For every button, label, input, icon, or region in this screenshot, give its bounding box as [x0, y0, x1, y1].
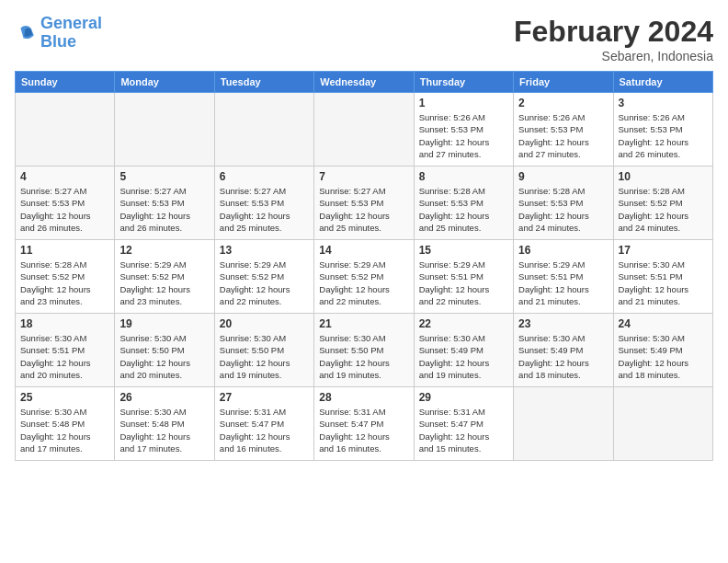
day-number: 3: [619, 97, 708, 109]
day-info: Sunrise: 5:26 AMSunset: 5:53 PMDaylight:…: [419, 111, 508, 160]
calendar-cell: 1Sunrise: 5:26 AMSunset: 5:53 PMDaylight…: [414, 93, 513, 167]
day-number: 15: [419, 244, 508, 257]
day-info: Sunrise: 5:30 AMSunset: 5:49 PMDaylight:…: [518, 332, 608, 381]
day-info: Sunrise: 5:30 AMSunset: 5:51 PMDaylight:…: [20, 332, 109, 381]
day-number: 10: [619, 170, 708, 183]
day-number: 1: [419, 97, 508, 109]
day-info: Sunrise: 5:27 AMSunset: 5:53 PMDaylight:…: [220, 185, 309, 234]
day-info: Sunrise: 5:29 AMSunset: 5:52 PMDaylight:…: [220, 259, 309, 307]
logo: General Blue: [15, 15, 102, 52]
calendar-table: SundayMondayTuesdayWednesdayThursdayFrid…: [15, 71, 713, 461]
calendar-cell: 2Sunrise: 5:26 AMSunset: 5:53 PMDaylight…: [514, 93, 613, 167]
calendar-cell: 19Sunrise: 5:30 AMSunset: 5:50 PMDayligh…: [115, 314, 214, 387]
day-info: Sunrise: 5:31 AMSunset: 5:47 PMDaylight:…: [319, 406, 408, 454]
day-info: Sunrise: 5:30 AMSunset: 5:48 PMDaylight:…: [119, 406, 209, 454]
calendar-cell: [514, 387, 613, 461]
calendar-cell: 16Sunrise: 5:29 AMSunset: 5:51 PMDayligh…: [514, 240, 613, 314]
month-title: February 2024: [514, 15, 713, 49]
calendar-cell: 26Sunrise: 5:30 AMSunset: 5:48 PMDayligh…: [115, 387, 214, 461]
day-number: 18: [20, 317, 109, 330]
weekday-header-tuesday: Tuesday: [214, 72, 313, 93]
day-info: Sunrise: 5:30 AMSunset: 5:49 PMDaylight:…: [619, 332, 708, 381]
day-number: 23: [518, 317, 608, 330]
day-number: 26: [119, 391, 209, 404]
weekday-header-thursday: Thursday: [414, 72, 513, 93]
calendar-cell: 23Sunrise: 5:30 AMSunset: 5:49 PMDayligh…: [514, 314, 613, 387]
day-info: Sunrise: 5:29 AMSunset: 5:51 PMDaylight:…: [518, 259, 608, 307]
calendar-cell: 17Sunrise: 5:30 AMSunset: 5:51 PMDayligh…: [613, 240, 712, 314]
day-number: 21: [319, 317, 408, 330]
day-info: Sunrise: 5:28 AMSunset: 5:53 PMDaylight:…: [419, 185, 508, 234]
day-number: 22: [419, 317, 508, 330]
week-row-3: 11Sunrise: 5:28 AMSunset: 5:52 PMDayligh…: [16, 240, 713, 314]
calendar-cell: 11Sunrise: 5:28 AMSunset: 5:52 PMDayligh…: [16, 240, 115, 314]
calendar-cell: [613, 387, 712, 461]
day-info: Sunrise: 5:31 AMSunset: 5:47 PMDaylight:…: [220, 406, 309, 454]
calendar-cell: 27Sunrise: 5:31 AMSunset: 5:47 PMDayligh…: [214, 387, 313, 461]
day-number: 5: [119, 170, 209, 183]
day-number: 24: [619, 317, 708, 330]
calendar-cell: 14Sunrise: 5:29 AMSunset: 5:52 PMDayligh…: [314, 240, 414, 314]
day-info: Sunrise: 5:30 AMSunset: 5:50 PMDaylight:…: [319, 332, 408, 381]
week-row-4: 18Sunrise: 5:30 AMSunset: 5:51 PMDayligh…: [16, 314, 713, 387]
day-info: Sunrise: 5:28 AMSunset: 5:52 PMDaylight:…: [619, 185, 708, 234]
day-number: 13: [220, 244, 309, 257]
day-info: Sunrise: 5:28 AMSunset: 5:52 PMDaylight:…: [20, 259, 109, 307]
calendar-cell: [214, 93, 313, 167]
calendar-cell: [314, 93, 414, 167]
weekday-header-sunday: Sunday: [16, 72, 115, 93]
day-number: 8: [419, 170, 508, 183]
day-info: Sunrise: 5:31 AMSunset: 5:47 PMDaylight:…: [419, 406, 508, 454]
calendar-cell: 28Sunrise: 5:31 AMSunset: 5:47 PMDayligh…: [314, 387, 414, 461]
day-info: Sunrise: 5:26 AMSunset: 5:53 PMDaylight:…: [518, 111, 608, 160]
weekday-header-wednesday: Wednesday: [314, 72, 414, 93]
day-info: Sunrise: 5:27 AMSunset: 5:53 PMDaylight:…: [20, 185, 109, 234]
day-number: 11: [20, 244, 109, 257]
calendar-cell: 3Sunrise: 5:26 AMSunset: 5:53 PMDaylight…: [613, 93, 712, 167]
day-info: Sunrise: 5:30 AMSunset: 5:49 PMDaylight:…: [419, 332, 508, 381]
calendar-cell: 25Sunrise: 5:30 AMSunset: 5:48 PMDayligh…: [16, 387, 115, 461]
calendar-cell: 15Sunrise: 5:29 AMSunset: 5:51 PMDayligh…: [414, 240, 513, 314]
day-info: Sunrise: 5:28 AMSunset: 5:53 PMDaylight:…: [518, 185, 608, 234]
day-number: 9: [518, 170, 608, 183]
calendar-cell: 9Sunrise: 5:28 AMSunset: 5:53 PMDaylight…: [514, 167, 613, 240]
week-row-5: 25Sunrise: 5:30 AMSunset: 5:48 PMDayligh…: [16, 387, 713, 461]
weekday-header-monday: Monday: [115, 72, 214, 93]
logo-icon: [15, 22, 37, 44]
day-number: 14: [319, 244, 408, 257]
calendar-cell: 8Sunrise: 5:28 AMSunset: 5:53 PMDaylight…: [414, 167, 513, 240]
calendar-cell: 12Sunrise: 5:29 AMSunset: 5:52 PMDayligh…: [115, 240, 214, 314]
day-number: 19: [119, 317, 209, 330]
day-info: Sunrise: 5:30 AMSunset: 5:48 PMDaylight:…: [20, 406, 109, 454]
calendar-cell: 7Sunrise: 5:27 AMSunset: 5:53 PMDaylight…: [314, 167, 414, 240]
calendar-cell: 29Sunrise: 5:31 AMSunset: 5:47 PMDayligh…: [414, 387, 513, 461]
day-info: Sunrise: 5:30 AMSunset: 5:51 PMDaylight:…: [619, 259, 708, 307]
calendar-cell: 4Sunrise: 5:27 AMSunset: 5:53 PMDaylight…: [16, 167, 115, 240]
day-number: 29: [419, 391, 508, 404]
location: Sebaren, Indonesia: [514, 49, 713, 63]
calendar-cell: [16, 93, 115, 167]
day-info: Sunrise: 5:27 AMSunset: 5:53 PMDaylight:…: [119, 185, 209, 234]
day-number: 16: [518, 244, 608, 257]
weekday-header-saturday: Saturday: [613, 72, 712, 93]
calendar-cell: 6Sunrise: 5:27 AMSunset: 5:53 PMDaylight…: [214, 167, 313, 240]
day-number: 25: [20, 391, 109, 404]
calendar-cell: [115, 93, 214, 167]
calendar-cell: 20Sunrise: 5:30 AMSunset: 5:50 PMDayligh…: [214, 314, 313, 387]
weekday-header-row: SundayMondayTuesdayWednesdayThursdayFrid…: [16, 72, 713, 93]
calendar-cell: 5Sunrise: 5:27 AMSunset: 5:53 PMDaylight…: [115, 167, 214, 240]
calendar-cell: 13Sunrise: 5:29 AMSunset: 5:52 PMDayligh…: [214, 240, 313, 314]
page-header: General Blue February 2024 Sebaren, Indo…: [15, 15, 713, 63]
calendar-cell: 24Sunrise: 5:30 AMSunset: 5:49 PMDayligh…: [613, 314, 712, 387]
day-number: 7: [319, 170, 408, 183]
day-number: 12: [119, 244, 209, 257]
calendar-cell: 10Sunrise: 5:28 AMSunset: 5:52 PMDayligh…: [613, 167, 712, 240]
day-number: 4: [20, 170, 109, 183]
day-number: 27: [220, 391, 309, 404]
logo-text: General Blue: [40, 15, 102, 52]
day-info: Sunrise: 5:29 AMSunset: 5:52 PMDaylight:…: [319, 259, 408, 307]
day-number: 6: [220, 170, 309, 183]
day-info: Sunrise: 5:29 AMSunset: 5:51 PMDaylight:…: [419, 259, 508, 307]
week-row-1: 1Sunrise: 5:26 AMSunset: 5:53 PMDaylight…: [16, 93, 713, 167]
day-number: 20: [220, 317, 309, 330]
